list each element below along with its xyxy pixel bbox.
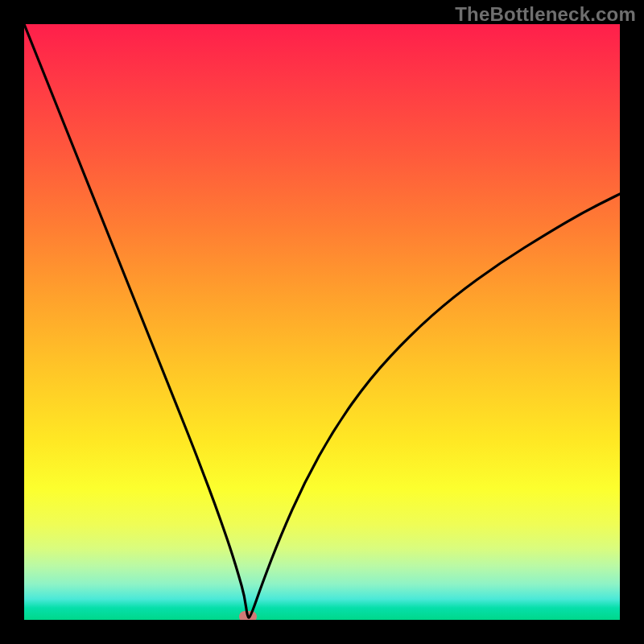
- watermark-text: TheBottleneck.com: [455, 3, 636, 26]
- plot-area: [24, 24, 620, 620]
- chart-frame: TheBottleneck.com: [0, 0, 644, 644]
- gradient-background: [24, 24, 620, 620]
- min-point-marker: [239, 611, 257, 620]
